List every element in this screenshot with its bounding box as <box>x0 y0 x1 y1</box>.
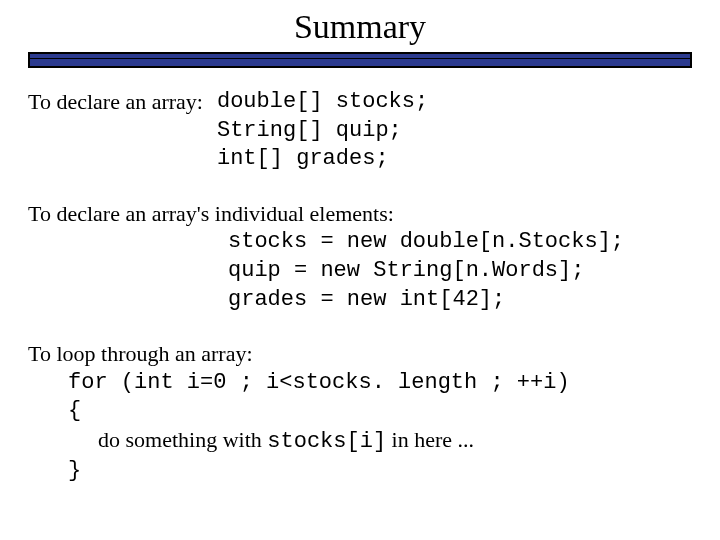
body-code: stocks[i] <box>267 429 386 454</box>
section-lead: To declare an array's individual element… <box>28 200 692 229</box>
section-loop: To loop through an array: for (int i=0 ;… <box>28 340 692 485</box>
slide: Summary To declare an array: double[] st… <box>0 0 720 485</box>
section-lead: To declare an array: <box>28 88 203 117</box>
code-line: int[] grades; <box>217 145 428 174</box>
code-line: stocks = new double[n.Stocks]; <box>228 228 692 257</box>
section-lead: To loop through an array: <box>28 340 692 369</box>
body-text: in here ... <box>386 427 474 452</box>
code-line: quip = new String[n.Words]; <box>228 257 692 286</box>
body-text: do something with <box>98 427 267 452</box>
code-line: for (int i=0 ; i<stocks. length ; ++i) <box>68 369 692 398</box>
loop-body: do something with stocks[i] in here ... <box>68 426 692 457</box>
code-line: grades = new int[42]; <box>228 286 692 315</box>
code-line: } <box>68 457 692 486</box>
section-declare-elements: To declare an array's individual element… <box>28 200 692 314</box>
section-declare-array: To declare an array: double[] stocks; St… <box>28 88 692 174</box>
page-title: Summary <box>28 8 692 46</box>
title-rule <box>28 52 692 68</box>
code-line: double[] stocks; <box>217 88 428 117</box>
code-line: String[] quip; <box>217 117 428 146</box>
code-line: { <box>68 397 692 426</box>
